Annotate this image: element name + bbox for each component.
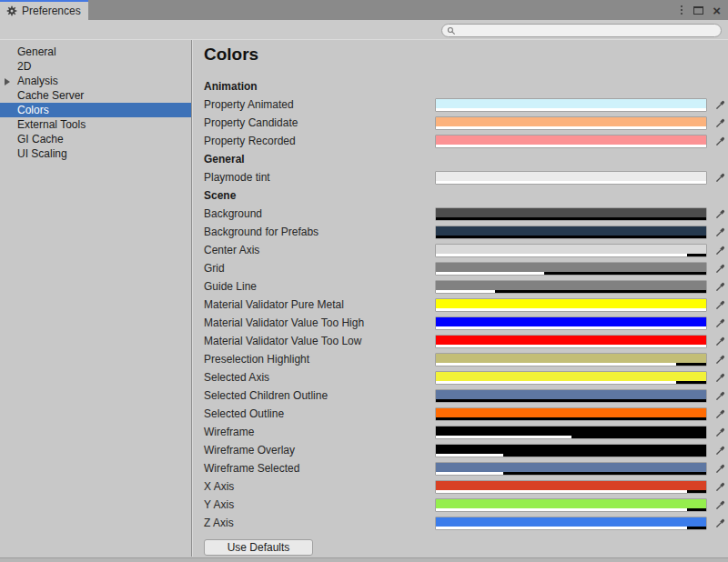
- color-swatch[interactable]: [435, 335, 707, 348]
- color-swatch[interactable]: [435, 480, 707, 494]
- search-box[interactable]: [441, 24, 722, 37]
- titlebar: Preferences ×: [0, 0, 728, 20]
- sidebar-item-label: Analysis: [17, 75, 58, 87]
- color-row: X Axis: [204, 477, 728, 496]
- color-label: Selected Axis: [204, 371, 435, 384]
- tab-preferences[interactable]: Preferences: [0, 0, 88, 20]
- color-swatch[interactable]: [435, 262, 707, 276]
- swatch-color: [436, 226, 706, 236]
- sidebar-item-ui-scaling[interactable]: UI Scaling: [0, 146, 191, 161]
- eyedropper-icon[interactable]: [713, 389, 726, 402]
- color-section: Animation Property Animated Property Can…: [204, 77, 728, 150]
- sidebar-item-general[interactable]: General: [0, 45, 191, 59]
- eyedropper-icon[interactable]: [713, 298, 726, 311]
- eyedropper-icon[interactable]: [713, 135, 726, 147]
- swatch-color: [436, 263, 706, 272]
- swatch-alpha-bar: [436, 399, 706, 402]
- color-swatch[interactable]: [435, 444, 707, 457]
- color-row: Property Animated: [204, 95, 728, 114]
- color-label: Z Axis: [204, 517, 435, 529]
- color-label: Material Validator Value Too High: [204, 316, 435, 329]
- color-swatch[interactable]: [435, 244, 707, 257]
- sidebar-item-gi-cache[interactable]: GI Cache: [0, 132, 191, 146]
- color-swatch[interactable]: [435, 171, 707, 185]
- sidebar-item-cache-server[interactable]: Cache Server: [0, 88, 191, 103]
- sidebar-item-colors[interactable]: Colors: [0, 103, 191, 117]
- color-swatch[interactable]: [435, 498, 707, 512]
- eyedropper-icon[interactable]: [713, 335, 726, 347]
- window-bottom-edge: [0, 557, 728, 562]
- color-swatch[interactable]: [435, 280, 707, 294]
- eyedropper-icon[interactable]: [713, 116, 726, 129]
- eyedropper-icon[interactable]: [713, 444, 726, 457]
- color-swatch[interactable]: [435, 316, 707, 330]
- sidebar: General 2D Analysis Cache Server Colors …: [0, 40, 192, 557]
- swatch-alpha-bar: [436, 181, 706, 184]
- sidebar-item-external-tools[interactable]: External Tools: [0, 117, 191, 132]
- color-label: Selected Children Outline: [204, 389, 435, 402]
- swatch-alpha-bar: [436, 326, 706, 329]
- color-swatch[interactable]: [435, 116, 707, 130]
- color-swatch[interactable]: [435, 98, 707, 112]
- window-controls: ×: [679, 0, 721, 20]
- color-label: Background: [204, 207, 435, 220]
- color-swatch[interactable]: [435, 298, 707, 312]
- eyedropper-icon[interactable]: [713, 353, 726, 366]
- eyedropper-icon[interactable]: [713, 407, 726, 420]
- color-section: Scene Background Background for Prefabs: [204, 186, 728, 532]
- color-swatch[interactable]: [435, 462, 707, 476]
- eyedropper-icon[interactable]: [713, 262, 726, 275]
- section-header: General: [204, 150, 728, 168]
- eyedropper-icon[interactable]: [713, 244, 726, 256]
- color-swatch[interactable]: [435, 226, 707, 239]
- close-icon[interactable]: ×: [713, 4, 721, 17]
- color-swatch[interactable]: [435, 389, 707, 403]
- eyedropper-icon[interactable]: [713, 280, 726, 293]
- color-row: Selected Axis: [204, 368, 728, 386]
- swatch-color: [436, 172, 706, 181]
- eyedropper-icon[interactable]: [713, 316, 726, 329]
- color-label: Wireframe Overlay: [204, 444, 435, 457]
- kebab-menu-icon[interactable]: [679, 3, 684, 17]
- eyedropper-icon[interactable]: [713, 207, 726, 220]
- window-body: General 2D Analysis Cache Server Colors …: [0, 40, 728, 557]
- sidebar-item-analysis[interactable]: Analysis: [0, 74, 191, 88]
- section-rows: Background Background for Prefabs: [204, 205, 728, 532]
- eyedropper-icon[interactable]: [713, 426, 726, 438]
- eyedropper-icon[interactable]: [713, 517, 726, 529]
- eyedropper-icon[interactable]: [713, 462, 726, 475]
- color-swatch[interactable]: [435, 353, 707, 366]
- eyedropper-icon[interactable]: [713, 371, 726, 384]
- color-row: Selected Outline: [204, 405, 728, 423]
- eyedropper-icon[interactable]: [713, 171, 726, 184]
- color-section: General Playmode tint: [204, 150, 728, 186]
- swatch-color: [436, 99, 706, 108]
- color-row: Material Validator Value Too Low: [204, 332, 728, 350]
- swatch-color: [436, 481, 706, 490]
- color-label: Guide Line: [204, 280, 435, 293]
- expand-arrow-icon[interactable]: [5, 78, 10, 85]
- color-swatch[interactable]: [435, 407, 707, 421]
- search-input[interactable]: [456, 25, 721, 36]
- color-label: Property Animated: [204, 98, 435, 111]
- color-swatch[interactable]: [435, 135, 707, 148]
- eyedropper-icon[interactable]: [713, 98, 726, 111]
- maximize-icon[interactable]: [693, 6, 703, 15]
- color-row: Material Validator Value Too High: [204, 314, 728, 332]
- eyedropper-icon[interactable]: [713, 480, 726, 493]
- section-header: Scene: [204, 186, 728, 205]
- sidebar-item-2d[interactable]: 2D: [0, 59, 191, 74]
- sidebar-item-label: Cache Server: [17, 89, 84, 102]
- use-defaults-button[interactable]: Use Defaults: [204, 539, 313, 556]
- eyedropper-icon[interactable]: [713, 498, 726, 511]
- swatch-alpha-bar: [436, 490, 706, 493]
- swatch-alpha-bar: [436, 527, 706, 529]
- color-swatch[interactable]: [435, 517, 707, 530]
- sidebar-item-label: UI Scaling: [17, 147, 67, 160]
- color-swatch[interactable]: [435, 207, 707, 221]
- color-swatch[interactable]: [435, 371, 707, 385]
- eyedropper-icon[interactable]: [713, 226, 726, 238]
- color-row: Wireframe: [204, 423, 728, 441]
- swatch-color: [436, 336, 706, 345]
- color-swatch[interactable]: [435, 426, 707, 439]
